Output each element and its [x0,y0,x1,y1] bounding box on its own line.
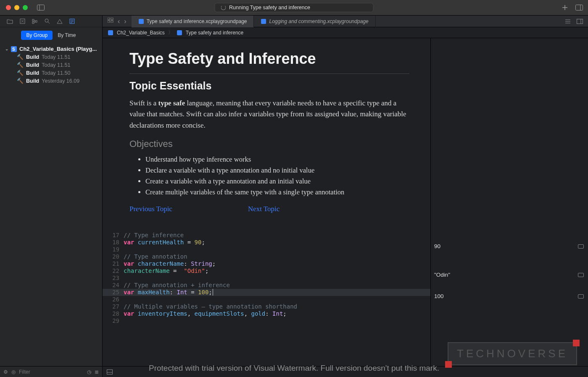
build-row[interactable]: 🔨 Build Today 11.50 [3,69,99,77]
chevron-right-icon: 〉 [168,29,173,36]
svg-rect-2 [576,5,583,10]
clock-icon[interactable]: ◷ [87,369,91,375]
build-time: Today 11.51 [42,62,70,68]
editor-tabs: Type safety and inference.xcplaygroundpa… [132,16,560,27]
navigator-tree: ⌄ S Ch2_Variable_Basics (Playg... 🔨 Buil… [0,43,102,86]
adjust-editor-icon[interactable] [577,19,583,24]
build-time: Yesterday 16.09 [42,78,79,84]
watermark-handle-icon [445,361,452,368]
watermark-logo: TECHNOVERSE [448,342,577,365]
playground-icon [108,30,113,36]
section-title: Topic Essentials [129,80,409,92]
result-value: 100 [434,293,444,299]
code-editor[interactable]: 17// Type inference 18var currentHealth … [103,219,430,333]
svg-text:S: S [12,47,15,52]
project-root-label: Ch2_Variable_Basics (Playg... [19,46,97,52]
topic-nav-links: Previous Topic Next Topic [129,205,409,213]
minimize-window-button[interactable] [14,5,19,10]
editor-mode-icon[interactable] [565,19,571,24]
result-row[interactable]: "Odin" [431,271,588,278]
tab-logging[interactable]: Logging and commenting.xcplaygroundpage [254,16,375,27]
doc-title: Type Safety and Inference [129,50,409,73]
symbols-icon[interactable] [32,19,38,24]
find-icon[interactable] [45,18,50,24]
run-status-pill[interactable]: Running Type safety and inference [214,3,374,12]
playground-page-icon [138,18,144,24]
playground-icon: S [11,46,17,52]
playground-page-icon [177,30,182,36]
folder-icon[interactable] [7,19,13,24]
svg-rect-6 [32,22,34,24]
svg-rect-18 [108,18,110,20]
objective-item: Create multiple variables of the same ty… [145,188,409,196]
next-topic-link[interactable]: Next Topic [248,205,279,213]
editor-topbar: ‹ › Type safety and inference.xcplaygrou… [103,16,588,27]
titlebar: Running Type safety and inference [0,0,588,16]
tab-label: Logging and commenting.xcplaygroundpage [269,18,368,24]
segment-by-group[interactable]: By Group [21,31,53,40]
hammer-icon: 🔨 [17,78,24,84]
result-row[interactable]: 100 [431,293,588,300]
breadcrumb[interactable]: Ch2_Variable_Basics 〉 Type safety and in… [103,27,588,38]
svg-point-10 [45,19,48,22]
navigator-sidebar: By Group By Time ⌄ S Ch2_Variable_Basics… [0,16,103,377]
quicklook-icon[interactable] [578,294,584,298]
segment-by-time[interactable]: By Time [53,31,81,40]
navigator-segmented: By Group By Time [0,27,102,43]
chevron-down-icon: ⌄ [5,47,8,51]
reports-icon[interactable] [69,18,75,24]
project-root-row[interactable]: ⌄ S Ch2_Variable_Basics (Playg... [3,45,99,53]
spinner-icon [221,5,226,10]
gear-icon[interactable]: ⚙ [3,369,8,375]
divider [129,73,409,74]
filter-input[interactable] [19,369,84,375]
tab-type-safety[interactable]: Type safety and inference.xcplaygroundpa… [132,16,254,27]
build-row[interactable]: 🔨 Build Yesterday 16.09 [3,77,99,85]
quicklook-icon[interactable] [578,244,584,249]
navigator-toolbar [0,16,102,27]
nav-back-icon[interactable]: ‹ [118,18,120,25]
previous-topic-link[interactable]: Previous Topic [129,205,172,213]
build-label: Build [26,78,39,84]
library-icon[interactable] [575,5,583,10]
build-label: Build [26,54,39,60]
source-control-icon[interactable] [20,18,25,24]
objectives-title: Objectives [129,139,409,149]
result-value: "Odin" [434,272,450,278]
nav-forward-icon[interactable]: › [124,18,126,25]
editor-content[interactable]: Type Safety and Inference Topic Essentia… [103,38,430,366]
maximize-window-button[interactable] [23,5,28,10]
svg-rect-23 [261,19,266,24]
navigator-footer: ⚙ ◎ ◷ ≣ [0,366,102,377]
list-icon[interactable]: ≣ [95,369,99,375]
hammer-icon: 🔨 [17,62,24,68]
traffic-lights [0,5,28,10]
hammer-icon: 🔨 [17,54,24,60]
objective-item: Understand how type inference works [145,155,409,164]
related-items-icon[interactable] [108,18,113,25]
svg-rect-29 [108,30,113,35]
sidebar-toggle-icon[interactable] [37,5,45,10]
issues-icon[interactable] [57,19,63,24]
svg-rect-19 [111,18,113,20]
section-body: Swift is a type safe language, meaning t… [129,98,409,131]
svg-rect-22 [139,19,144,24]
svg-rect-27 [577,19,583,24]
debug-toggle-icon[interactable] [107,369,113,374]
result-row[interactable]: 90 [431,243,588,250]
svg-rect-5 [32,19,34,21]
build-row[interactable]: 🔨 Build Today 11.51 [3,61,99,69]
breadcrumb-root: Ch2_Variable_Basics [117,30,165,36]
svg-rect-31 [107,369,113,374]
svg-rect-20 [108,21,110,23]
objectives-list: Understand how type inference works Decl… [129,155,409,196]
watermark-handle-icon [573,340,580,346]
build-label: Build [26,62,39,68]
add-tab-icon[interactable] [562,5,568,10]
quicklook-icon[interactable] [578,273,584,277]
svg-line-11 [48,22,50,24]
close-window-button[interactable] [6,5,11,10]
filter-scope-icon[interactable]: ◎ [11,369,16,375]
objective-item: Create a variable with a type annotation… [145,177,409,186]
build-row[interactable]: 🔨 Build Today 11.51 [3,53,99,61]
